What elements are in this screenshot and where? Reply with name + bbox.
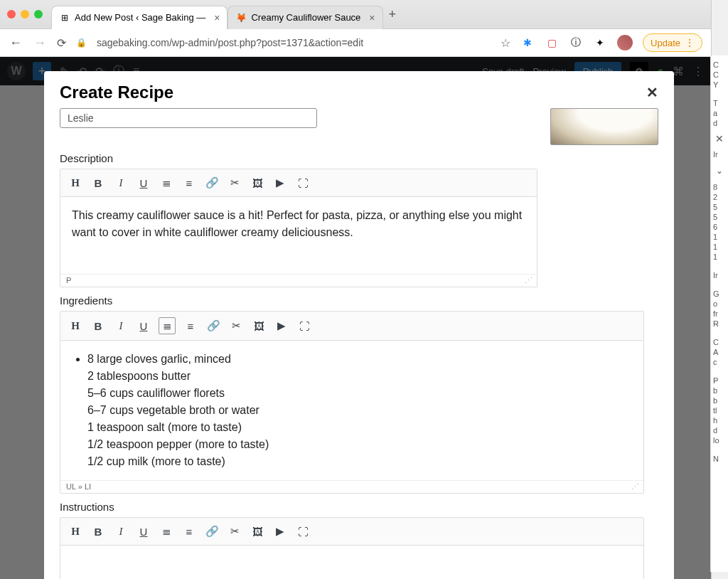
- side-fragment: Ir: [711, 149, 728, 159]
- tab-title: Add New Post ‹ Sage Baking —: [75, 12, 205, 23]
- extension-icon-1[interactable]: ✱: [520, 36, 535, 50]
- link-button[interactable]: 🔗: [204, 524, 220, 539]
- italic-button[interactable]: I: [113, 524, 129, 539]
- underline-button[interactable]: U: [136, 318, 151, 334]
- italic-button[interactable]: I: [113, 318, 129, 334]
- bulleted-list-button[interactable]: ≣: [159, 317, 176, 334]
- side-fragment: 8: [711, 182, 728, 192]
- side-fragment: 5: [711, 202, 728, 212]
- image-button[interactable]: 🖼: [250, 175, 265, 191]
- image-button[interactable]: 🖼: [250, 524, 265, 539]
- editor-toolbar: H B I U ≣ ≡ 🔗 ✂ 🖼 ▶ ⛶: [60, 518, 643, 546]
- reload-button[interactable]: ⟳: [57, 36, 66, 50]
- underline-button[interactable]: U: [136, 175, 151, 191]
- tab-active[interactable]: ⊞ Add New Post ‹ Sage Baking — ×: [51, 6, 228, 29]
- extension-icon-2[interactable]: ▢: [545, 36, 559, 50]
- italic-button[interactable]: I: [113, 175, 129, 191]
- update-label: Update: [651, 38, 680, 48]
- maximize-window[interactable]: [34, 10, 43, 18]
- bold-button[interactable]: B: [90, 175, 106, 191]
- side-fragment: 1: [711, 242, 728, 252]
- resize-grip-icon[interactable]: ⋰: [631, 482, 638, 492]
- list-item: 2 tablespoons butter: [87, 368, 632, 385]
- side-fragment: C: [711, 60, 728, 70]
- side-fragment: A: [711, 347, 728, 357]
- editor-path: UL » LI: [66, 482, 91, 492]
- numbered-list-button[interactable]: ≡: [181, 524, 197, 539]
- video-button[interactable]: ▶: [274, 318, 289, 334]
- side-fragment: h: [711, 415, 728, 425]
- underline-button[interactable]: U: [136, 524, 151, 539]
- url-text[interactable]: sagebaking.com/wp-admin/post.php?post=13…: [97, 37, 491, 48]
- side-fragment: c: [711, 357, 728, 367]
- minimize-window[interactable]: [21, 10, 29, 18]
- link-button[interactable]: 🔗: [204, 175, 220, 191]
- instructions-textarea[interactable]: [60, 546, 643, 579]
- side-fragment: Ir: [711, 270, 728, 280]
- fullscreen-button[interactable]: ⛶: [295, 175, 311, 191]
- ingredients-textarea[interactable]: 8 large cloves garlic, minced 2 tablespo…: [60, 341, 643, 480]
- side-fragment: P: [711, 376, 728, 386]
- unlink-button[interactable]: ✂: [227, 524, 242, 539]
- video-button[interactable]: ▶: [272, 175, 288, 191]
- forward-button[interactable]: →: [33, 36, 47, 51]
- tab-title: Creamy Cauliflower Sauce: [251, 12, 360, 23]
- unlink-button[interactable]: ✂: [227, 175, 242, 191]
- fullscreen-button[interactable]: ⛶: [295, 524, 311, 539]
- description-label: Description: [60, 152, 658, 164]
- side-fragment: N: [711, 454, 728, 464]
- editor-toolbar: H B I U ≣ ≡ 🔗 ✂ 🖼 ▶ ⛶: [60, 312, 643, 341]
- author-field[interactable]: Leslie: [60, 108, 317, 128]
- description-editor: H B I U ≣ ≡ 🔗 ✂ 🖼 ▶ ⛶ This creamy caulif…: [60, 169, 537, 287]
- extension-puzzle-icon[interactable]: ✦: [593, 36, 607, 50]
- close-window[interactable]: [7, 10, 16, 18]
- numbered-list-button[interactable]: ≡: [181, 175, 197, 191]
- close-tab-icon[interactable]: ×: [214, 12, 220, 23]
- description-textarea[interactable]: This creamy cauliflower sauce is a hit! …: [60, 197, 537, 274]
- side-fragment: o: [711, 299, 728, 309]
- heading-button[interactable]: H: [68, 175, 83, 191]
- side-fragment: b: [711, 386, 728, 395]
- side-fragment: 2: [711, 192, 728, 202]
- list-item: 5–6 cups cauliflower florets: [87, 385, 632, 402]
- side-fragment: Y: [711, 80, 728, 90]
- extension-info-icon[interactable]: ⓘ: [569, 36, 583, 50]
- side-fragment: tl: [711, 405, 728, 415]
- traffic-lights: [7, 10, 43, 18]
- video-button[interactable]: ▶: [272, 524, 288, 539]
- side-fragment: 6: [711, 222, 728, 232]
- new-tab-button[interactable]: +: [389, 7, 397, 22]
- recipe-thumbnail[interactable]: [550, 108, 658, 145]
- image-button[interactable]: 🖼: [251, 318, 267, 334]
- bulleted-list-button[interactable]: ≣: [159, 175, 174, 191]
- bold-button[interactable]: B: [90, 318, 106, 334]
- bookmark-star-icon[interactable]: ☆: [500, 36, 510, 50]
- editor-toolbar: H B I U ≣ ≡ 🔗 ✂ 🖼 ▶ ⛶: [60, 169, 537, 197]
- link-button[interactable]: 🔗: [205, 318, 221, 334]
- list-item: 6–7 cups vegetable broth or water: [87, 402, 632, 419]
- bulleted-list-button[interactable]: ≣: [159, 524, 174, 539]
- heading-button[interactable]: H: [68, 524, 83, 539]
- side-fragment: 1: [711, 232, 728, 242]
- heading-button[interactable]: H: [68, 318, 83, 334]
- side-fragment: C: [711, 337, 728, 347]
- tab-inactive[interactable]: 🦊 Creamy Cauliflower Sauce ×: [228, 6, 382, 29]
- fullscreen-button[interactable]: ⛶: [296, 318, 312, 334]
- kebab-menu-icon[interactable]: ⋮: [685, 37, 695, 48]
- chevron-down-icon[interactable]: ⌄: [711, 165, 728, 176]
- back-button[interactable]: ←: [9, 36, 23, 51]
- side-fragment: d: [711, 118, 728, 128]
- side-close-icon[interactable]: ✕: [711, 132, 728, 145]
- numbered-list-button[interactable]: ≡: [183, 318, 198, 334]
- modal-close-button[interactable]: ✕: [646, 84, 658, 101]
- side-fragment: C: [711, 70, 728, 80]
- profile-avatar[interactable]: [617, 35, 633, 51]
- update-button[interactable]: Update ⋮: [643, 33, 702, 52]
- bold-button[interactable]: B: [90, 524, 106, 539]
- instructions-label: Instructions: [60, 501, 658, 513]
- side-fragment: fr: [711, 309, 728, 319]
- close-tab-icon[interactable]: ×: [369, 12, 375, 23]
- unlink-button[interactable]: ✂: [228, 318, 244, 334]
- side-fragment: 1: [711, 252, 728, 262]
- resize-grip-icon[interactable]: ⋰: [525, 276, 531, 285]
